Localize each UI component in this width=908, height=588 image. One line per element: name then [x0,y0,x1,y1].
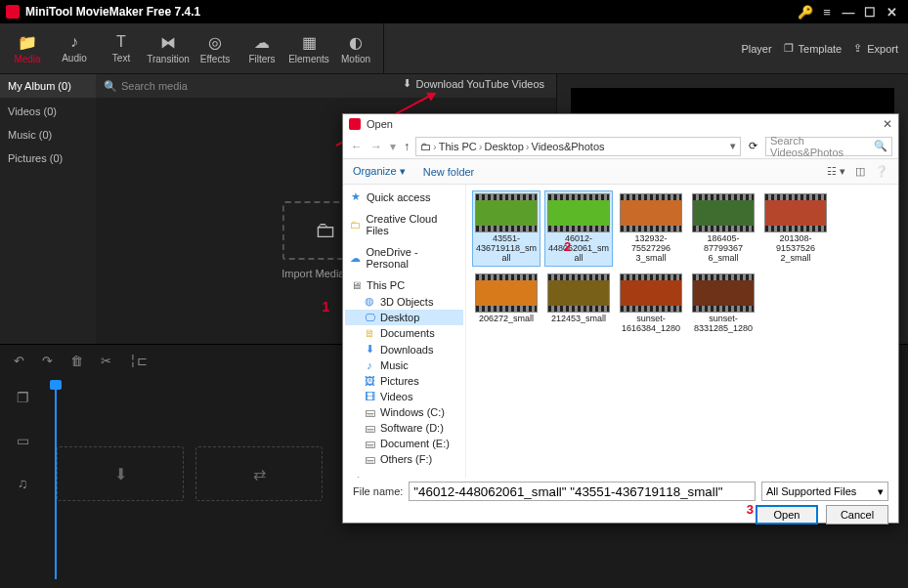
file-item[interactable]: 46012-448062061_small [544,190,613,267]
file-thumbnail [475,193,538,232]
file-thumbnail [692,193,755,232]
breadcrumb[interactable]: 🗀 › This PC › Desktop › Videos&Photos ▾ [415,137,741,156]
file-item[interactable]: 132932-75527296 3_small [617,190,685,267]
disk-icon: 🖴 [363,453,376,465]
playhead[interactable] [55,384,57,579]
overlay-track-icon[interactable]: ❐ [17,390,29,405]
tree-videos[interactable]: 🎞Videos [345,389,463,404]
music-icon: ♪ [363,359,376,371]
chevron-down-icon: ▾ [878,485,884,498]
export-icon: ⇪ [853,42,862,55]
nav-recent-button[interactable]: ▾ [388,140,398,153]
tree-drive-c[interactable]: 🖴Windows (C:) [345,404,463,420]
help-button[interactable]: ❔ [875,165,888,178]
search-icon: 🔍 [874,140,887,152]
tree-quick-access[interactable]: ★Quick access [345,189,463,205]
split-button[interactable]: ╎⊏ [129,354,148,368]
sidebar-item-pictures[interactable]: Pictures (0) [8,152,88,164]
track-clip-placeholder[interactable]: ⇄ [195,446,323,501]
refresh-button[interactable]: ⟳ [745,140,761,152]
preview-pane-button[interactable]: ◫ [855,165,865,178]
tree-drive-f[interactable]: 🖴Others (F:) [345,451,463,467]
dialog-close-button[interactable]: ✕ [883,117,892,131]
main-toolbar: 📁Media ♪Audio TText ⧓Transition ◎Effects… [0,23,908,74]
tab-elements[interactable]: ▦Elements [285,23,332,73]
filename-input[interactable] [409,482,756,501]
audio-track-icon[interactable]: ♫ [18,476,28,491]
file-item[interactable]: 201308-91537526 2_small [761,190,830,267]
chevron-down-icon[interactable]: ▾ [730,140,736,152]
nav-up-button[interactable]: ↑ [402,140,411,153]
tab-motion[interactable]: ◐Motion [332,23,379,73]
tab-text[interactable]: TText [98,23,145,73]
undo-button[interactable]: ↶ [14,354,24,368]
tree-drive-e[interactable]: 🖴Document (E:) [345,436,463,451]
cancel-button[interactable]: Cancel [826,505,888,525]
folder-tree[interactable]: ★Quick access 🗀Creative Cloud Files ☁One… [343,185,466,478]
minimize-button[interactable]: — [838,1,859,22]
dialog-search-input[interactable]: Search Videos&Photos 🔍 [765,137,892,156]
tab-media[interactable]: 📁Media [4,23,51,73]
open-button[interactable]: Open [756,505,818,525]
maximize-button[interactable]: ☐ [859,1,881,22]
file-item[interactable]: sunset-8331285_1280 [689,271,757,337]
search-media-input[interactable]: Search media [121,80,188,92]
menu-icon[interactable]: ≡ [816,1,838,22]
tree-drive-d[interactable]: 🖴Software (D:) [345,420,463,436]
file-type-filter[interactable]: All Supported Files▾ [761,482,888,501]
tab-audio[interactable]: ♪Audio [51,23,98,73]
tab-transition[interactable]: ⧓Transition [145,23,192,73]
file-thumbnail [547,273,610,313]
text-icon: T [116,33,126,51]
file-item[interactable]: sunset-1616384_1280 [617,271,685,337]
nav-forward-button[interactable]: → [368,140,384,153]
tab-filters[interactable]: ☁Filters [238,23,285,73]
player-label: Player [741,43,771,55]
tree-this-pc[interactable]: 🖥This PC [345,277,463,293]
organize-button[interactable]: Organize ▾ [353,165,406,178]
videos-icon: 🎞 [363,391,376,402]
file-name: 43551-436719118_small [475,234,538,264]
license-key-icon[interactable]: 🔑 [795,1,816,22]
sidebar-item-music[interactable]: Music (0) [8,129,88,141]
file-name: sunset-1616384_1280 [620,315,682,334]
sidebar-item-videos[interactable]: Videos (0) [8,105,88,117]
new-folder-button[interactable]: New folder [423,166,475,178]
tree-creative-cloud[interactable]: 🗀Creative Cloud Files [345,211,463,238]
file-thumbnail [692,273,755,313]
file-grid[interactable]: 43551-436719118_small46012-448062061_sma… [466,185,898,478]
redo-button[interactable]: ↷ [42,354,53,368]
star-icon: ★ [349,190,363,203]
tree-documents[interactable]: 🗎Documents [345,325,463,341]
file-name: 201308-91537526 2_small [764,234,827,264]
sidebar-album-tab[interactable]: My Album (0) [0,74,96,98]
tree-3d-objects[interactable]: ◍3D Objects [345,293,463,310]
cut-button[interactable]: ✂ [101,354,111,368]
file-name: sunset-8331285_1280 [692,315,755,334]
close-button[interactable]: ✕ [881,1,902,22]
disk-icon: 🖴 [363,406,376,418]
track-clip-placeholder[interactable]: ⬇ [57,446,184,501]
folder-icon: 📁 [18,33,37,52]
template-button[interactable]: ❐Template [784,42,843,55]
file-item[interactable]: 206272_small [472,271,540,337]
tree-network[interactable]: ⇄Network [345,473,463,478]
tree-music[interactable]: ♪Music [345,357,463,373]
export-button[interactable]: ⇪Export [853,42,898,55]
effects-icon: ◎ [208,33,222,52]
video-track-icon[interactable]: ▭ [17,433,29,448]
tree-pictures[interactable]: 🖼Pictures [345,373,463,389]
delete-button[interactable]: 🗑 [70,354,83,368]
file-item[interactable]: 43551-436719118_small [472,190,540,267]
tree-desktop[interactable]: 🖵Desktop [345,310,463,325]
tree-onedrive[interactable]: ☁OneDrive - Personal [345,244,463,272]
file-item[interactable]: 212453_small [544,271,613,337]
view-mode-button[interactable]: ☷ ▾ [827,165,845,178]
tree-downloads[interactable]: ⬇Downloads [345,341,463,357]
nav-back-button[interactable]: ← [349,140,365,153]
download-youtube-button[interactable]: ⬇ Download YouTube Videos [403,77,545,90]
tab-effects[interactable]: ◎Effects [192,23,238,73]
file-item[interactable]: 186405-87799367 6_small [689,190,757,267]
window-titlebar: MiniTool MovieMaker Free 7.4.1 🔑 ≡ — ☐ ✕ [0,0,908,23]
pictures-icon: 🖼 [363,375,376,387]
